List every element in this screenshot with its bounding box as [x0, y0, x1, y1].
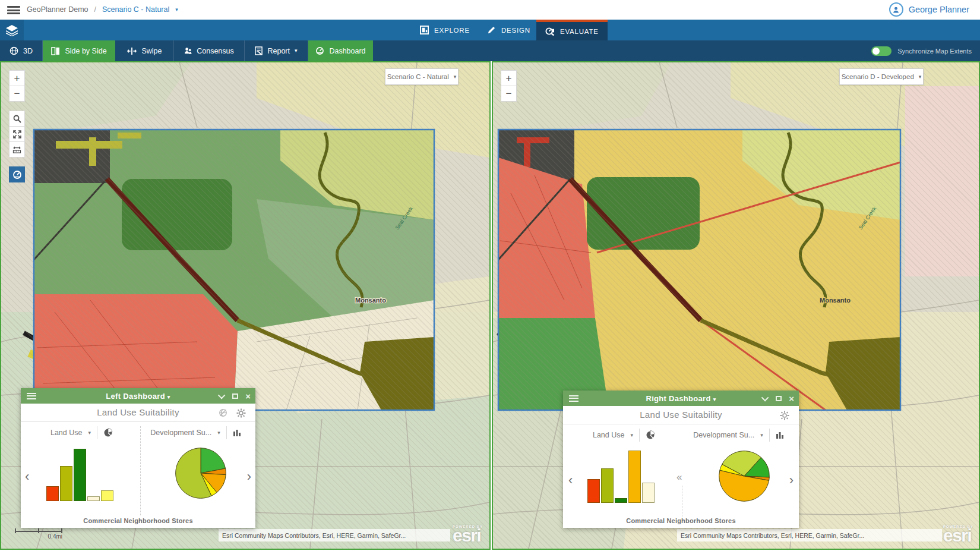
- carousel-prev-button[interactable]: ‹: [25, 470, 29, 483]
- chart-divider: [682, 486, 682, 517]
- zoom-in-button-right[interactable]: +: [501, 70, 517, 86]
- chart1-field-select[interactable]: Land Use: [593, 431, 625, 439]
- scenario-select-left[interactable]: Scenario C - Natural ▾: [385, 68, 459, 85]
- user-menu[interactable]: George Planner: [889, 2, 969, 17]
- land-use-bar-chart: [587, 451, 655, 503]
- scenario-select-right[interactable]: Scenario D - Developed ▾: [839, 68, 924, 85]
- esri-wordmark: esri: [943, 528, 973, 543]
- widget-title-row: Land Use Suitability: [563, 406, 799, 424]
- chart-divider: [140, 426, 141, 515]
- tab-design[interactable]: DESIGN: [479, 20, 539, 40]
- layers-button[interactable]: [0, 20, 24, 40]
- scenario-caret-icon[interactable]: ▾: [175, 7, 178, 12]
- pencil-icon: [487, 26, 496, 34]
- report-caret-icon: ▾: [295, 48, 298, 53]
- expand-arrows-icon: [13, 130, 21, 138]
- scale-bar-label: 0.4mi: [15, 533, 62, 540]
- tab-evaluate[interactable]: EVALUATE: [536, 20, 608, 40]
- consensus-button[interactable]: Consensus: [174, 40, 245, 61]
- dashboard-title-text[interactable]: Right Dashboard: [646, 394, 711, 403]
- carousel-next-button[interactable]: ›: [247, 470, 251, 483]
- swipe-button[interactable]: Swipe: [116, 40, 174, 61]
- carousel-next-button[interactable]: ›: [789, 474, 794, 487]
- scenario-select-value: Scenario C - Natural: [387, 73, 449, 80]
- 3d-button[interactable]: 3D: [0, 40, 43, 61]
- map-place-label: Monsanto: [820, 297, 851, 304]
- button-label: Swipe: [141, 47, 162, 55]
- nav-bar: EXPLORE DESIGN EVALUATE: [0, 20, 980, 40]
- chart2-controls: Development Su... ▾: [143, 425, 249, 440]
- zoom-out-button-right[interactable]: −: [501, 86, 517, 102]
- scenario-select-value: Scenario D - Developed: [842, 73, 914, 80]
- tab-label: DESIGN: [501, 27, 530, 34]
- breadcrumb-scenario[interactable]: Scenario C - Natural: [102, 5, 169, 14]
- tab-explore[interactable]: EXPLORE: [412, 20, 478, 40]
- sync-extents-toggle[interactable]: [871, 46, 892, 56]
- dashboard-title-text[interactable]: Left Dashboard: [106, 392, 165, 401]
- dashboard-title-caret-icon[interactable]: ▾: [167, 394, 170, 400]
- dashboard-menu-icon[interactable]: [569, 395, 578, 402]
- widget-title-row: Land Use Suitability: [21, 404, 255, 422]
- full-extent-button[interactable]: [9, 126, 25, 142]
- collapse-divider-button[interactable]: «: [676, 471, 682, 483]
- maximize-icon[interactable]: [232, 393, 238, 399]
- right-dashboard-panel: Right Dashboard ▾ × Land Use Suitability…: [563, 391, 799, 528]
- zoom-out-button-left[interactable]: −: [9, 86, 25, 102]
- attribution-right: Esri Community Maps Contributors, Esri, …: [677, 529, 942, 541]
- layers-icon: [5, 24, 18, 36]
- dashboard-menu-icon[interactable]: [27, 393, 36, 399]
- close-icon[interactable]: ×: [789, 394, 794, 403]
- pie-chart-icon[interactable]: [103, 428, 113, 437]
- chart2-field-select[interactable]: Development Su...: [150, 429, 211, 437]
- column-chart-icon[interactable]: [776, 431, 785, 439]
- dropdown-caret-icon: ▾: [454, 74, 457, 80]
- report-button[interactable]: Report ▾: [245, 40, 308, 61]
- dashboard-gauge-icon: [12, 171, 22, 179]
- dashboard-gauge-icon: [315, 47, 324, 55]
- scale-bar: 0.4mi: [15, 531, 62, 540]
- land-use-bar-chart: [46, 449, 113, 501]
- user-avatar-icon: [889, 2, 903, 17]
- visibility-off-icon[interactable]: [218, 408, 228, 417]
- close-icon[interactable]: ×: [245, 392, 251, 401]
- left-dashboard-panel: Left Dashboard ▾ × Land Use Suitability …: [21, 388, 255, 528]
- gear-icon[interactable]: [780, 411, 789, 420]
- chart2-field-select[interactable]: Development Su...: [693, 431, 754, 439]
- search-button[interactable]: [9, 111, 25, 127]
- evaluate-toolbar: 3D Side by Side Swipe Consensus Report ▾…: [0, 40, 980, 61]
- column-chart-icon[interactable]: [233, 429, 242, 437]
- tab-label: EXPLORE: [434, 27, 470, 34]
- dashboard-title-caret-icon[interactable]: ▾: [713, 396, 716, 402]
- side-by-side-button[interactable]: Side by Side: [43, 40, 115, 61]
- explore-icon: [420, 26, 429, 34]
- measure-button[interactable]: [9, 141, 25, 158]
- esri-logo-right: POWERED BY esri: [943, 525, 973, 543]
- left-dashboard-header[interactable]: Left Dashboard ▾ ×: [21, 388, 255, 404]
- search-icon: [13, 115, 21, 123]
- breadcrumb-separator: /: [94, 5, 96, 14]
- field-caret-icon[interactable]: ▾: [760, 433, 763, 438]
- zoom-in-button-left[interactable]: +: [9, 70, 25, 86]
- dashboard-button[interactable]: Dashboard: [308, 40, 373, 61]
- sync-extents-label: Synchronize Map Extents: [897, 48, 972, 55]
- main-menu-icon[interactable]: [7, 6, 20, 14]
- carousel-prev-button[interactable]: ‹: [568, 474, 573, 487]
- button-label: Consensus: [197, 47, 234, 55]
- chart-footer-label: Commercial Neighborhood Stores: [21, 517, 255, 524]
- maximize-icon[interactable]: [776, 396, 782, 401]
- field-caret-icon[interactable]: ▾: [88, 430, 91, 436]
- dashboard-toggle-button-left[interactable]: [9, 166, 25, 182]
- esri-logo-left: POWERED BY esri: [453, 525, 483, 543]
- gear-icon[interactable]: [236, 408, 246, 418]
- field-caret-icon[interactable]: ▾: [630, 433, 633, 438]
- right-dashboard-header[interactable]: Right Dashboard ▾ ×: [563, 391, 799, 406]
- sync-extents-control: Synchronize Map Extents: [871, 40, 972, 61]
- swipe-icon: [127, 47, 137, 55]
- breadcrumb: GeoPlanner Demo / Scenario C - Natural ▾: [27, 5, 178, 14]
- widget-title: Land Use Suitability: [563, 410, 799, 420]
- chart1-field-select[interactable]: Land Use: [50, 429, 83, 437]
- button-label: Side by Side: [65, 47, 106, 55]
- field-caret-icon[interactable]: ▾: [217, 430, 220, 436]
- chart1-controls: Land Use ▾: [33, 425, 131, 440]
- pie-chart-icon[interactable]: [646, 430, 655, 440]
